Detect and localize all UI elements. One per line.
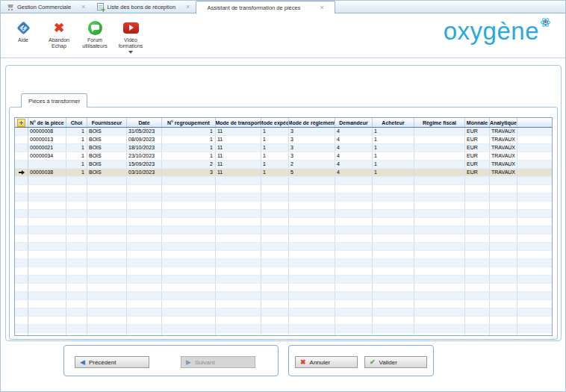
table-cell: 00000008 xyxy=(28,128,66,135)
table-cell xyxy=(66,177,87,184)
table-cell xyxy=(414,284,465,291)
column-header[interactable]: Demandeur xyxy=(335,118,373,127)
table-cell: 4 xyxy=(335,136,373,143)
main-panel: Pièces à transformer N° de la pièceChoiF… xyxy=(5,65,562,341)
table-cell xyxy=(414,234,465,242)
table-row[interactable]: 000000081BOIS31/05/20231111341EURTRAVAUX xyxy=(15,128,552,136)
table-cell xyxy=(490,202,517,209)
tab-assistant-transformation[interactable]: Assistant de transformation de pièces × xyxy=(196,1,335,13)
chevron-down-icon[interactable] xyxy=(128,51,133,54)
table-cell xyxy=(261,325,289,332)
table-cell xyxy=(465,251,490,258)
table-cell-filler xyxy=(517,144,552,152)
table-cell xyxy=(87,202,127,209)
validate-button[interactable]: ✔ Valider xyxy=(364,356,427,368)
tab-pieces-a-transformer[interactable]: Pièces à transformer xyxy=(21,93,87,108)
table-cell-filler xyxy=(517,169,552,176)
column-header[interactable]: Monnaie xyxy=(465,118,490,127)
table-cell: 11 xyxy=(216,128,261,135)
table-cell: 23/10/2023 xyxy=(127,152,162,160)
table-cell xyxy=(162,259,216,267)
abort-button[interactable]: ✖ Abandon Echap xyxy=(41,19,77,49)
column-header[interactable]: Choi xyxy=(66,118,87,127)
column-header[interactable]: Fournisseur xyxy=(87,118,127,127)
column-header[interactable]: Analytique xyxy=(490,118,517,127)
table-cell xyxy=(414,152,465,160)
next-button[interactable]: ▶ Suivant xyxy=(181,356,255,368)
table-cell xyxy=(127,259,162,267)
table-cell xyxy=(261,251,289,258)
table-cell xyxy=(28,284,66,291)
table-row[interactable]: 000000341BOIS23/10/20231111341EURTRAVAUX xyxy=(15,152,552,161)
table-cell xyxy=(216,276,261,283)
column-header[interactable]: Régime fiscal xyxy=(414,118,465,127)
table-cell: BOIS xyxy=(87,152,127,160)
table-row[interactable]: 000000381BOIS03/10/20233111541EURTRAVAUX xyxy=(15,169,552,177)
column-header[interactable]: Mode de règlement xyxy=(289,118,335,127)
table-cell xyxy=(465,276,490,283)
column-header[interactable]: N° de la pièce xyxy=(28,118,66,127)
table-cell: EUR xyxy=(465,136,490,143)
table-cell-filler xyxy=(517,267,552,275)
table-cell xyxy=(289,251,335,258)
column-header[interactable]: Mode expéd. xyxy=(261,118,289,127)
table-cell xyxy=(373,193,414,201)
table-cell xyxy=(87,251,127,258)
table-cell: 1 xyxy=(66,152,87,160)
table-cell: TRAVAUX xyxy=(490,128,517,135)
close-icon[interactable]: × xyxy=(81,4,85,10)
table-cell xyxy=(289,308,335,316)
table-cell xyxy=(66,226,87,234)
table-cell xyxy=(490,284,517,291)
arrow-left-icon: ◀ xyxy=(80,359,85,366)
table-cell xyxy=(162,284,216,291)
column-header[interactable]: Date xyxy=(127,118,162,127)
row-marker-cell xyxy=(15,218,28,225)
tab-liste-bons-reception[interactable]: Liste des bons de réception × xyxy=(91,1,196,13)
table-cell xyxy=(261,267,289,275)
close-icon[interactable]: × xyxy=(186,4,190,10)
table-cell xyxy=(465,185,490,193)
table-row-empty xyxy=(15,317,552,325)
forum-button[interactable]: Forum utilisateurs xyxy=(77,19,113,49)
video-formations-button[interactable]: Vidéo formations xyxy=(113,19,149,54)
table-cell xyxy=(216,243,261,250)
table-row-empty xyxy=(15,210,552,218)
table-cell: 4 xyxy=(335,161,373,168)
table-cell-filler xyxy=(517,161,552,168)
table-cell: 1 xyxy=(373,169,414,176)
video-play-icon xyxy=(123,19,139,36)
cancel-button[interactable]: ✖ Annuler xyxy=(295,356,358,368)
table-cell xyxy=(87,177,127,184)
row-marker-cell xyxy=(15,243,28,250)
tab-gestion-commerciale[interactable]: Gestion Commerciale × xyxy=(1,1,91,13)
table-row[interactable]: 1BOIS15/09/20232111241EURTRAVAUX xyxy=(15,161,552,169)
table-cell xyxy=(414,259,465,267)
column-header[interactable]: N° regroupement xyxy=(162,118,216,127)
table-cell xyxy=(261,300,289,308)
grid-corner-cell[interactable] xyxy=(15,118,28,127)
table-cell-filler xyxy=(517,333,552,336)
table-cell xyxy=(490,193,517,201)
table-cell xyxy=(261,284,289,291)
table-cell xyxy=(66,325,87,332)
forum-bubble-icon xyxy=(88,19,102,36)
table-cell-filler xyxy=(517,193,552,201)
table-row[interactable]: 000000211BOIS18/10/20231111341EURTRAVAUX xyxy=(15,144,552,152)
table-cell: 1 xyxy=(66,169,87,176)
table-cell: 1 xyxy=(261,144,289,152)
table-cell xyxy=(261,185,289,193)
table-cell: 4 xyxy=(335,152,373,160)
table-cell xyxy=(261,243,289,250)
column-header[interactable]: Mode de transport xyxy=(216,118,261,127)
close-icon[interactable]: × xyxy=(320,4,323,11)
table-cell xyxy=(490,276,517,283)
table-cell xyxy=(261,202,289,209)
table-cell xyxy=(87,308,127,316)
help-button[interactable]: ? Aide xyxy=(5,19,41,43)
column-header[interactable]: Acheteur xyxy=(373,118,414,127)
table-cell xyxy=(66,284,87,291)
previous-button[interactable]: ◀ Précédent xyxy=(75,356,149,368)
table-row[interactable]: 000000131BOIS08/09/20231111341EURTRAVAUX xyxy=(15,136,552,144)
table-cell xyxy=(66,292,87,299)
